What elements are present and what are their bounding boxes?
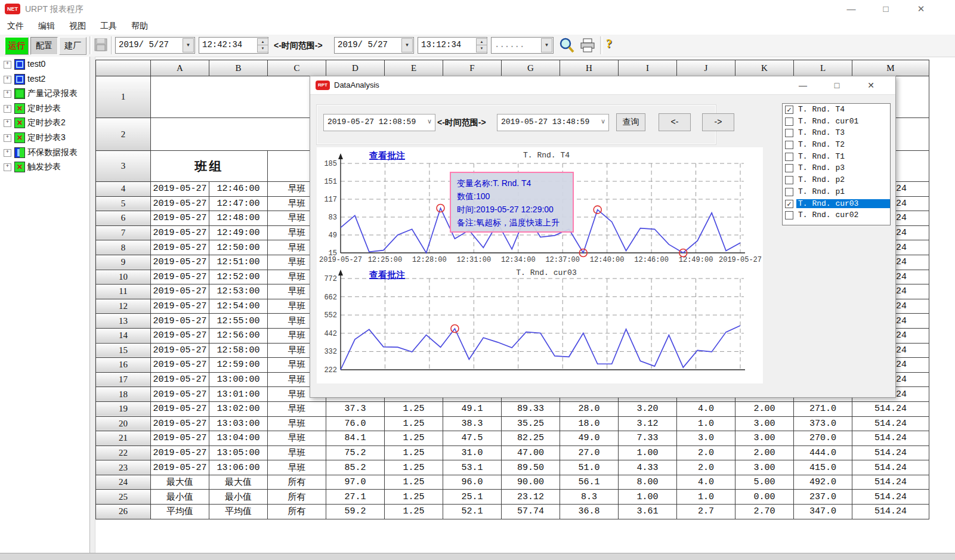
dialog-maximize-button[interactable]: □ — [827, 79, 847, 92]
help-icon[interactable]: ? — [606, 37, 612, 51]
table-cell-B17[interactable]: 13:00:00 — [209, 372, 268, 387]
table-cell-B14[interactable]: 12:56:00 — [209, 328, 268, 343]
checkbox-icon[interactable] — [785, 211, 793, 219]
table-cell-I26[interactable]: 3.61 — [619, 505, 677, 519]
table-cell-J22[interactable]: 2.0 — [677, 445, 735, 460]
build-button[interactable]: 建厂 — [59, 37, 86, 55]
row-header-26[interactable]: 26 — [96, 505, 151, 519]
table-cell-F24[interactable]: 96.0 — [443, 475, 502, 490]
series-item-t-rnd-t4[interactable]: ✓T. Rnd. T4 — [783, 104, 890, 116]
table-cell-G21[interactable]: 82.25 — [502, 431, 560, 446]
table-cell-E25[interactable]: 1.25 — [385, 490, 443, 505]
table-cell-D24[interactable]: 97.0 — [326, 475, 385, 490]
config-button[interactable]: 配置 — [30, 37, 58, 55]
table-cell-M26[interactable]: 514.24 — [852, 505, 929, 519]
column-header-J[interactable]: J — [677, 60, 735, 76]
table-cell-C22[interactable]: 早班 — [268, 445, 326, 460]
table-cell-B10[interactable]: 12:52:00 — [209, 270, 268, 284]
table-cell-D19[interactable]: 37.3 — [326, 401, 385, 416]
row-header-1[interactable]: 1 — [96, 76, 151, 118]
series-label[interactable]: T. Rnd. T4 — [796, 105, 846, 114]
expand-icon[interactable]: + — [4, 119, 11, 127]
table-cell-B15[interactable]: 12:58:00 — [209, 343, 268, 358]
table-cell-K21[interactable]: 3.00 — [735, 431, 794, 446]
table-cell-C25[interactable]: 所有 — [268, 490, 326, 505]
sidebar-item-4[interactable]: +定时抄表2 — [0, 115, 89, 130]
view-annotations-link-2[interactable]: 查看批注 — [369, 270, 405, 281]
dialog-start-datetime[interactable]: 2019-05-27 12:08:59 ∨ — [323, 114, 435, 131]
row-header-15[interactable]: 15 — [96, 343, 151, 358]
table-cell-K26[interactable]: 2.70 — [735, 505, 794, 519]
series-label[interactable]: T. Rnd. p1 — [796, 187, 846, 196]
chevron-down-icon[interactable]: ▼ — [401, 38, 413, 52]
save-icon[interactable] — [94, 38, 107, 51]
chart-t-rnd-cur03[interactable]: 772662552442332222T. Rnd. cur03 — [317, 266, 763, 383]
table-cell-F26[interactable]: 52.1 — [443, 505, 502, 519]
column-header-B[interactable]: B — [209, 60, 268, 76]
table-cell-B25[interactable]: 最小值 — [209, 490, 268, 505]
table-cell-M22[interactable]: 514.24 — [852, 445, 929, 460]
table-cell-I22[interactable]: 1.00 — [619, 445, 677, 460]
column-header-H[interactable]: H — [560, 60, 619, 76]
table-cell-A22[interactable]: 2019-05-27 — [151, 445, 209, 460]
close-button[interactable]: ✕ — [912, 2, 930, 16]
dialog-close-button[interactable]: ✕ — [861, 79, 881, 92]
row-header-25[interactable]: 25 — [96, 490, 151, 505]
view-annotations-link-1[interactable]: 查看批注 — [369, 150, 405, 162]
table-cell-A21[interactable]: 2019-05-27 — [151, 431, 209, 446]
table-cell-K22[interactable]: 2.00 — [735, 445, 794, 460]
table-cell-G25[interactable]: 23.12 — [502, 490, 560, 505]
sidebar-item-6[interactable]: +环保数据报表 — [0, 145, 89, 160]
table-cell-B13[interactable]: 12:55:00 — [209, 314, 268, 329]
prev-button[interactable]: <- — [659, 113, 691, 131]
table-cell-L19[interactable]: 271.0 — [794, 401, 852, 416]
checkbox-icon[interactable]: ✓ — [785, 106, 793, 114]
end-time-spinner[interactable]: 13:12:34 ▲▼ — [418, 37, 487, 54]
table-cell-B5[interactable]: 12:47:00 — [209, 196, 268, 211]
dialog-end-datetime[interactable]: 2019-05-27 13:48:59 ∨ — [497, 114, 609, 131]
table-cell-A8[interactable]: 2019-05-27 — [151, 240, 209, 255]
table-cell-C23[interactable]: 早班 — [268, 460, 326, 475]
series-item-t-rnd-t3[interactable]: T. Rnd. T3 — [783, 127, 890, 139]
series-label[interactable]: T. Rnd. cur03 — [796, 199, 890, 208]
series-label[interactable]: T. Rnd. T3 — [796, 128, 846, 137]
sidebar-item-3[interactable]: +定时抄表 — [0, 101, 89, 116]
table-cell-D22[interactable]: 75.2 — [326, 445, 385, 460]
maximize-button[interactable]: □ — [877, 2, 895, 16]
table-cell-B4[interactable]: 12:46:00 — [209, 182, 268, 197]
table-cell-I24[interactable]: 8.00 — [619, 475, 677, 490]
row-header-6[interactable]: 6 — [96, 211, 151, 226]
splitter[interactable] — [89, 57, 95, 553]
table-cell-A18[interactable]: 2019-05-27 — [151, 387, 209, 402]
expand-icon[interactable]: + — [4, 134, 11, 142]
table-cell-G26[interactable]: 57.74 — [502, 505, 560, 519]
table-cell-A10[interactable]: 2019-05-27 — [151, 270, 209, 284]
table-cell-K23[interactable]: 3.00 — [735, 460, 794, 475]
column-header-L[interactable]: L — [794, 60, 852, 76]
table-cell-D25[interactable]: 27.1 — [326, 490, 385, 505]
table-cell-E23[interactable]: 1.25 — [385, 460, 443, 475]
sidebar-item-0[interactable]: +test0 — [0, 57, 89, 72]
row-header-9[interactable]: 9 — [96, 255, 151, 270]
series-item-t-rnd-cur03[interactable]: ✓T. Rnd. cur03 — [783, 198, 890, 210]
table-cell-B26[interactable]: 平均值 — [209, 505, 268, 519]
table-cell-G22[interactable]: 47.00 — [502, 445, 560, 460]
series-label[interactable]: T. Rnd. T1 — [796, 152, 846, 161]
series-label[interactable]: T. Rnd. T2 — [796, 140, 846, 149]
table-cell-M21[interactable]: 514.24 — [852, 431, 929, 446]
series-item-t-rnd-cur01[interactable]: T. Rnd. cur01 — [783, 116, 890, 128]
row-header-10[interactable]: 10 — [96, 270, 151, 284]
table-cell-A9[interactable]: 2019-05-27 — [151, 255, 209, 270]
table-cell-J25[interactable]: 1.0 — [677, 490, 735, 505]
table-cell-M19[interactable]: 514.24 — [852, 401, 929, 416]
table-cell-L22[interactable]: 444.0 — [794, 445, 852, 460]
row-header-18[interactable]: 18 — [96, 387, 151, 402]
expand-icon[interactable]: + — [4, 90, 11, 98]
table-cell-H26[interactable]: 36.8 — [560, 505, 619, 519]
table-cell-F22[interactable]: 31.0 — [443, 445, 502, 460]
menu-item-0[interactable]: 文件 — [0, 18, 31, 32]
column-header-M[interactable]: M — [852, 60, 929, 76]
table-cell-A16[interactable]: 2019-05-27 — [151, 358, 209, 373]
checkbox-icon[interactable] — [785, 141, 793, 149]
chevron-down-icon[interactable]: ▼ — [541, 38, 552, 52]
